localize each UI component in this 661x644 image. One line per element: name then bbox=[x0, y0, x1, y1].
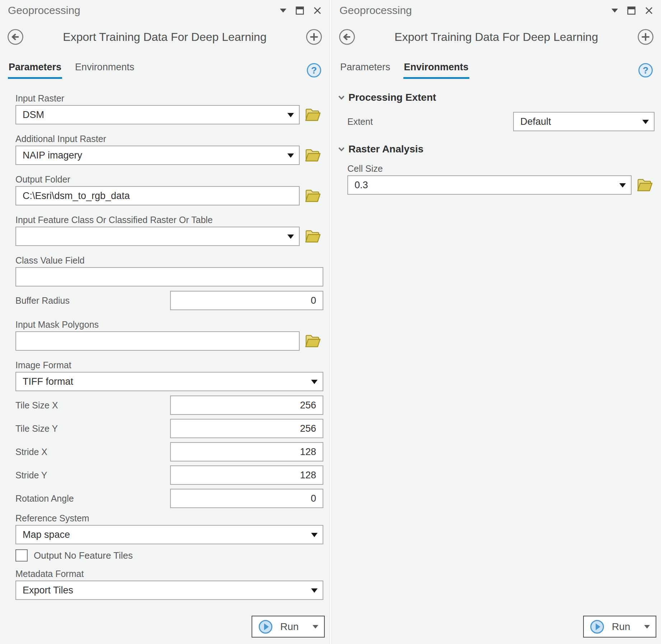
field-image-format: Image Format TIFF format bbox=[15, 360, 323, 391]
tile-size-x-input[interactable]: 256 bbox=[170, 396, 323, 415]
add-tool-button[interactable] bbox=[306, 29, 322, 45]
input-raster-value: DSM bbox=[23, 109, 44, 120]
metadata-format-combobox[interactable]: Export Tiles bbox=[15, 581, 323, 600]
collapse-chevron-icon[interactable] bbox=[338, 95, 345, 100]
run-options-caret-icon[interactable] bbox=[313, 625, 318, 629]
section-title: Processing Extent bbox=[348, 92, 436, 103]
pane-menu-caret-icon[interactable] bbox=[611, 9, 618, 13]
pane-menu-caret-icon[interactable] bbox=[280, 9, 286, 13]
svg-text:?: ? bbox=[643, 65, 648, 76]
help-icon: ? bbox=[306, 63, 322, 78]
class-value-field-label: Class Value Field bbox=[15, 255, 323, 266]
input-raster-combobox[interactable]: DSM bbox=[15, 105, 300, 124]
run-button[interactable]: Run bbox=[583, 616, 656, 638]
back-button[interactable] bbox=[339, 29, 355, 45]
stride-y-label: Stride Y bbox=[15, 470, 170, 480]
stride-y-input[interactable]: 128 bbox=[170, 465, 323, 485]
output-folder-input[interactable]: C:\Esri\dsm_to_rgb_data bbox=[15, 186, 300, 205]
image-format-combobox[interactable]: TIFF format bbox=[15, 372, 323, 391]
input-raster-browse-button[interactable] bbox=[305, 108, 321, 122]
field-buffer-radius: Buffer Radius 0 bbox=[15, 291, 323, 310]
class-value-field-input[interactable] bbox=[15, 267, 323, 287]
field-class-value-field: Class Value Field bbox=[15, 255, 323, 287]
buffer-radius-label: Buffer Radius bbox=[15, 295, 170, 306]
extent-combobox[interactable]: Default bbox=[513, 112, 655, 131]
input-feature-class-browse-button[interactable] bbox=[305, 229, 321, 243]
field-cell-size: Cell Size 0.3 bbox=[347, 164, 655, 195]
field-tile-size-y: Tile Size Y 256 bbox=[15, 419, 323, 438]
run-options-caret-icon[interactable] bbox=[644, 625, 650, 629]
tab-parameters[interactable]: Parameters bbox=[8, 62, 62, 79]
cell-size-browse-button[interactable] bbox=[637, 178, 653, 192]
tool-header: Export Training Data For Deep Learning bbox=[0, 29, 329, 45]
tool-title: Export Training Data For Deep Learning bbox=[24, 30, 306, 44]
tab-parameters[interactable]: Parameters bbox=[339, 62, 391, 79]
tile-size-y-value: 256 bbox=[300, 423, 316, 434]
reference-system-label: Reference System bbox=[15, 513, 323, 524]
field-output-folder: Output Folder C:\Esri\dsm_to_rgb_data bbox=[15, 174, 323, 205]
field-input-raster: Input Raster DSM bbox=[15, 93, 323, 124]
tool-header: Export Training Data For Deep Learning bbox=[332, 29, 661, 45]
field-input-feature-class: Input Feature Class Or Classified Raster… bbox=[15, 215, 323, 246]
tile-size-y-input[interactable]: 256 bbox=[170, 419, 323, 438]
collapse-chevron-icon[interactable] bbox=[338, 147, 345, 152]
output-folder-browse-button[interactable] bbox=[305, 189, 321, 203]
field-extent: Extent Default bbox=[347, 112, 655, 131]
folder-icon bbox=[305, 229, 321, 243]
help-icon: ? bbox=[638, 63, 653, 78]
tab-bar: Parameters Environments ? bbox=[332, 62, 661, 79]
extent-label: Extent bbox=[347, 117, 513, 127]
input-mask-polygons-input[interactable] bbox=[15, 331, 300, 351]
tile-size-x-label: Tile Size X bbox=[15, 400, 170, 411]
close-icon[interactable] bbox=[645, 6, 653, 15]
float-pane-glyph bbox=[627, 6, 636, 15]
input-mask-polygons-label: Input Mask Polygons bbox=[15, 319, 323, 330]
float-pane-icon[interactable] bbox=[627, 6, 636, 15]
folder-icon bbox=[305, 334, 321, 348]
tool-title: Export Training Data For Deep Learning bbox=[355, 30, 637, 44]
run-button[interactable]: Run bbox=[252, 616, 325, 638]
input-mask-polygons-browse-button[interactable] bbox=[305, 334, 321, 348]
additional-input-raster-browse-button[interactable] bbox=[305, 148, 321, 162]
metadata-format-label: Metadata Format bbox=[15, 569, 323, 579]
back-arrow-icon bbox=[339, 29, 355, 45]
additional-input-raster-value: NAIP imagery bbox=[23, 150, 82, 161]
field-output-no-feature-tiles: Output No Feature Tiles bbox=[15, 549, 323, 562]
output-no-feature-tiles-label: Output No Feature Tiles bbox=[34, 550, 133, 561]
output-no-feature-tiles-checkbox[interactable] bbox=[15, 549, 28, 562]
tab-environments[interactable]: Environments bbox=[74, 62, 135, 79]
float-pane-icon[interactable] bbox=[296, 6, 304, 15]
buffer-radius-input[interactable]: 0 bbox=[170, 291, 323, 310]
close-glyph bbox=[313, 6, 322, 15]
tab-environments[interactable]: Environments bbox=[403, 62, 469, 79]
field-stride-y: Stride Y 128 bbox=[15, 465, 323, 485]
add-tool-button[interactable] bbox=[637, 29, 654, 45]
geoprocessing-panel-parameters: Geoprocessing Export Training Dat bbox=[0, 0, 329, 644]
cell-size-combobox[interactable]: 0.3 bbox=[347, 175, 632, 195]
back-arrow-icon bbox=[7, 29, 24, 45]
run-button-label: Run bbox=[612, 621, 630, 633]
section-raster-analysis: Raster Analysis bbox=[338, 143, 655, 155]
field-additional-input-raster: Additional Input Raster NAIP imagery bbox=[15, 134, 323, 165]
field-rotation-angle: Rotation Angle 0 bbox=[15, 489, 323, 508]
svg-text:?: ? bbox=[311, 65, 317, 76]
back-button[interactable] bbox=[7, 29, 24, 45]
additional-input-raster-combobox[interactable]: NAIP imagery bbox=[15, 146, 300, 165]
window-controls bbox=[611, 6, 653, 15]
panel-titlebar: Geoprocessing bbox=[332, 0, 661, 19]
input-feature-class-label: Input Feature Class Or Classified Raster… bbox=[15, 215, 323, 225]
reference-system-combobox[interactable]: Map space bbox=[15, 525, 323, 544]
help-button[interactable]: ? bbox=[638, 63, 653, 79]
image-format-value: TIFF format bbox=[23, 376, 73, 387]
stride-x-input[interactable]: 128 bbox=[170, 442, 323, 461]
run-button-label: Run bbox=[280, 621, 299, 633]
help-button[interactable]: ? bbox=[306, 63, 322, 79]
geoprocessing-panel-environments: Geoprocessing Export Training Dat bbox=[332, 0, 661, 644]
stride-x-label: Stride X bbox=[15, 447, 170, 457]
tab-bar: Parameters Environments ? bbox=[0, 62, 329, 79]
rotation-angle-input[interactable]: 0 bbox=[170, 489, 323, 508]
rotation-angle-label: Rotation Angle bbox=[15, 493, 170, 504]
close-icon[interactable] bbox=[313, 6, 322, 15]
input-feature-class-combobox[interactable] bbox=[15, 227, 300, 246]
environments-form: Processing Extent Extent Default Raster … bbox=[332, 79, 661, 195]
